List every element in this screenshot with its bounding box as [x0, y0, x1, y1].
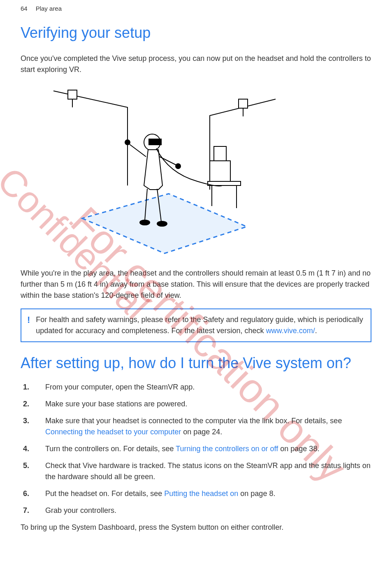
svg-point-12	[125, 140, 130, 145]
note-text: For health and safety warnings, please r…	[36, 314, 365, 336]
page-number: 64	[21, 5, 28, 12]
step-6: Put the headset on. For details, see Put…	[21, 488, 371, 499]
vive-link[interactable]: www.vive.com/	[266, 327, 315, 335]
step-text: From your computer, open the SteamVR app…	[45, 383, 195, 391]
svg-point-18	[157, 221, 167, 226]
step-4: Turn the controllers on. For details, se…	[21, 443, 371, 454]
step-text: Check that Vive hardware is tracked. The…	[45, 461, 371, 481]
step-text: Make sure your base stations are powered…	[45, 400, 187, 408]
svg-rect-5	[214, 146, 226, 161]
step-5: Check that Vive hardware is tracked. The…	[21, 460, 371, 482]
step-2: Make sure your base stations are powered…	[21, 399, 371, 410]
step-text: on page 8.	[238, 489, 275, 498]
play-area-paragraph: While you're in the play area, the heads…	[21, 268, 371, 301]
link-turning-controllers[interactable]: Turning the controllers on or off	[176, 445, 278, 453]
svg-line-11	[130, 144, 146, 157]
warning-icon: !	[27, 314, 30, 336]
play-area-illustration	[45, 83, 284, 255]
heading-verifying: Verifying your setup	[21, 24, 371, 42]
svg-rect-2	[239, 99, 248, 108]
svg-rect-0	[68, 90, 77, 99]
step-text: on page 38.	[278, 445, 319, 453]
link-putting-headset-on[interactable]: Putting the headset on	[164, 489, 238, 498]
section-label: Play area	[36, 5, 62, 12]
steps-list: From your computer, open the SteamVR app…	[21, 382, 371, 516]
intro-paragraph: Once you've completed the Vive setup pro…	[21, 53, 371, 75]
step-1: From your computer, open the SteamVR app…	[21, 382, 371, 393]
svg-point-14	[176, 164, 181, 169]
step-text: Put the headset on. For details, see	[45, 489, 164, 498]
vr-room-svg	[45, 83, 284, 255]
svg-rect-10	[149, 139, 161, 145]
page-header: 64 Play area	[21, 0, 371, 24]
svg-point-16	[140, 220, 150, 225]
safety-note: ! For health and safety warnings, please…	[21, 308, 371, 342]
step-3: Make sure that your headset is connected…	[21, 415, 371, 438]
link-connecting-headset[interactable]: Connecting the headset to your computer	[45, 428, 181, 436]
note-text-after: .	[315, 327, 317, 335]
step-text: Turn the controllers on. For details, se…	[45, 445, 176, 453]
step-text: Make sure that your headset is connected…	[45, 417, 342, 425]
step-7: Grab your controllers.	[21, 505, 371, 516]
closing-paragraph: To bring up the System Dashboard, press …	[21, 522, 371, 533]
svg-rect-4	[210, 161, 230, 181]
step-text: Grab your controllers.	[45, 506, 116, 515]
step-text: on page 24.	[181, 428, 222, 436]
heading-after-setup: After setting up, how do I turn the Vive…	[21, 355, 371, 372]
